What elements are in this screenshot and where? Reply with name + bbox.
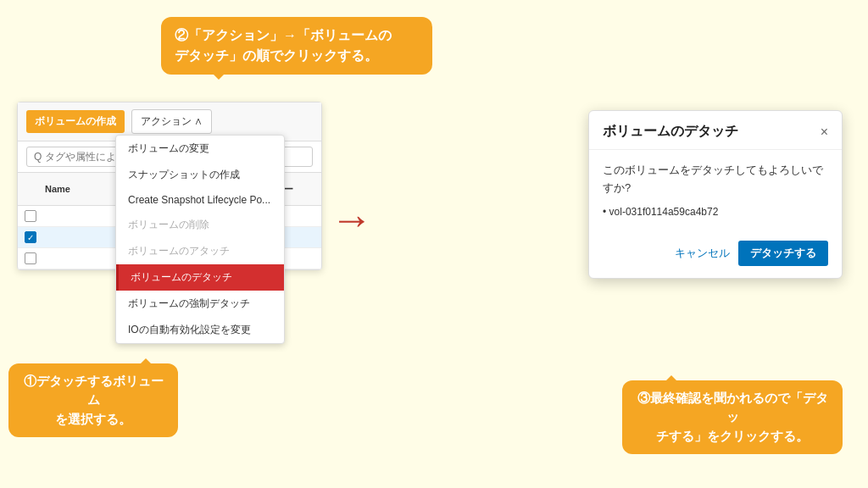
dialog-body: このボリュームをデタッチしてもよろしいですか? vol-031f0114a59c…	[589, 150, 842, 232]
menu-item-detach[interactable]: ボリュームのデタッチ	[116, 264, 284, 291]
menu-item-snapshot[interactable]: スナップショットの作成	[116, 162, 284, 188]
annotation-top: ②「アクション」→「ボリュームの デタッチ」の順でクリックする。	[161, 17, 432, 75]
create-volume-button[interactable]: ボリュームの作成	[26, 110, 125, 133]
menu-item-attach: ボリュームのアタッチ	[116, 238, 284, 264]
cancel-button[interactable]: キャンセル	[675, 246, 730, 261]
menu-item-lifecycle[interactable]: Create Snapshot Lifecycle Po...	[116, 188, 284, 212]
row-checkbox-1[interactable]	[25, 210, 36, 222]
dialog-footer: キャンセル デタッチする	[589, 232, 842, 278]
detach-confirm-button[interactable]: デタッチする	[738, 241, 828, 266]
dialog-header: ボリュームのデタッチ ×	[589, 111, 842, 150]
row-checkbox-2[interactable]: ✓	[25, 231, 36, 243]
annotation-bottom-right: ③最終確認を聞かれるので「デタッ チする」をクリックする。	[622, 380, 843, 455]
menu-item-delete: ボリュームの削除	[116, 212, 284, 238]
dialog-volume-id: vol-031f0114a59ca4b72	[603, 204, 828, 220]
action-dropdown-menu: ボリュームの変更 スナップショットの作成 Create Snapshot Lif…	[115, 135, 285, 344]
annotation-bottom-left: ①デタッチするボリューム を選択する。	[8, 363, 178, 438]
arrow-indicator: →	[331, 195, 373, 244]
menu-item-io-auto[interactable]: IOの自動有効化設定を変更	[116, 317, 284, 343]
detach-dialog: ボリュームのデタッチ × このボリュームをデタッチしてもよろしいですか? vol…	[588, 110, 843, 279]
menu-item-modify[interactable]: ボリュームの変更	[116, 136, 284, 162]
close-icon[interactable]: ×	[821, 125, 828, 140]
col-name: Name	[45, 184, 113, 194]
menu-item-force-detach[interactable]: ボリュームの強制デタッチ	[116, 291, 284, 317]
dialog-title: ボリュームのデタッチ	[603, 123, 738, 141]
aws-console-panel: ボリュームの作成 アクション ∧ Name ボリュームタ▼ IOPS ▼ スルー…	[17, 102, 322, 270]
dialog-body-text: このボリュームをデタッチしてもよろしいですか?	[603, 164, 823, 194]
row-checkbox-3[interactable]	[25, 252, 36, 264]
action-menu-button[interactable]: アクション ∧	[131, 109, 212, 134]
